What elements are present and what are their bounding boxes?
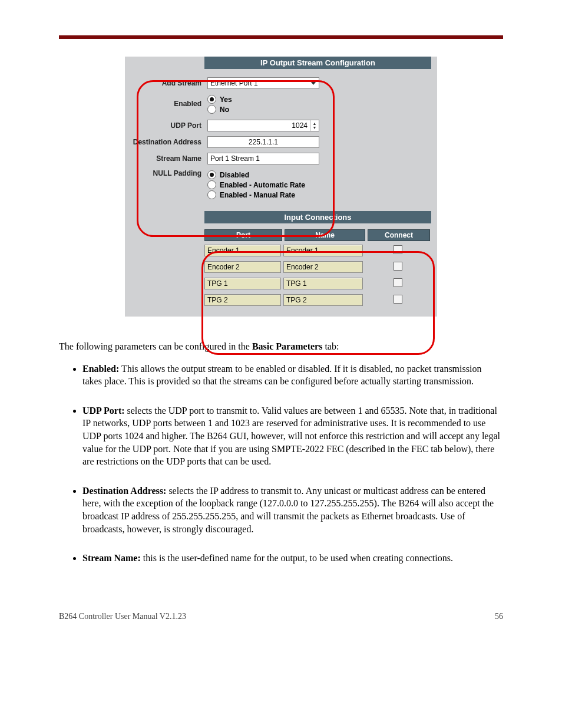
intro-paragraph: The following parameters can be configur… [59,340,503,353]
label-udp-port: UDP Port [131,121,207,130]
udp-port-field[interactable]: ▲▼ [207,120,319,131]
radio-label-no: No [220,106,229,114]
chevron-down-icon [310,81,316,85]
spinner-icon[interactable]: ▲▼ [310,120,319,131]
radio-null-auto[interactable] [207,180,216,189]
table-row: Encoder 2 Encoder 2 [204,261,430,273]
bullet-stream-name: Stream Name: this is the user-defined na… [82,552,503,565]
footer-page: 56 [495,612,503,621]
connect-checkbox[interactable] [394,295,402,304]
cell-name: TPG 1 [283,278,363,289]
label-stream-name: Stream Name [131,154,207,163]
radio-enabled-no[interactable] [207,105,216,114]
radio-label-null-manual: Enabled - Manual Rate [220,191,295,199]
footer-title: B264 Controller User Manual V2.1.23 [59,612,186,621]
dest-addr-input[interactable] [207,136,319,148]
cell-name: Encoder 1 [283,245,363,256]
th-name: Name [285,229,365,241]
label-dest-addr: Destination Address [131,138,207,146]
cell-port: TPG 2 [204,294,281,306]
bullet-dest-addr: Destination Address: selects the IP addr… [82,485,503,535]
add-stream-select[interactable]: Ethernet Port 1 [207,77,319,89]
connect-checkbox[interactable] [394,262,402,271]
label-enabled: Enabled [131,94,207,108]
radio-label-null-disabled: Disabled [220,171,249,179]
screenshot-panel: IP Output Stream Configuration Add Strea… [125,57,437,317]
cell-name: TPG 2 [283,294,363,306]
label-null-padding: NULL Padding [131,169,207,177]
input-table-header: Port Name Connect [204,229,430,241]
radio-label-null-auto: Enabled - Automatic Rate [220,181,305,189]
table-row: Encoder 1 Encoder 1 [204,245,430,256]
radio-label-yes: Yes [220,95,232,104]
th-port: Port [204,229,282,241]
th-connect: Connect [368,229,430,241]
cell-name: Encoder 2 [283,261,363,273]
table-row: TPG 2 TPG 2 [204,294,430,306]
add-stream-selected: Ethernet Port 1 [210,79,258,87]
radio-null-manual[interactable] [207,190,216,199]
cell-port: Encoder 2 [204,261,281,273]
header-rule [59,35,503,39]
connect-checkbox[interactable] [394,278,402,287]
bullet-enabled: Enabled: This allows the output stream t… [82,363,503,388]
cell-port: TPG 1 [204,278,281,289]
stream-name-input[interactable] [207,153,319,164]
input-connections-header: Input Connections [204,211,431,223]
cell-port: Encoder 1 [204,245,281,256]
radio-enabled-yes[interactable] [207,95,216,104]
bullet-udp-port: UDP Port: selects the UDP port to transm… [82,404,503,468]
radio-null-disabled[interactable] [207,170,216,179]
connect-checkbox[interactable] [394,245,402,254]
label-add-stream: Add Stream [131,79,207,87]
ip-output-header: IP Output Stream Configuration [204,57,431,69]
table-row: TPG 1 TPG 1 [204,278,430,289]
udp-port-input[interactable] [208,120,310,131]
